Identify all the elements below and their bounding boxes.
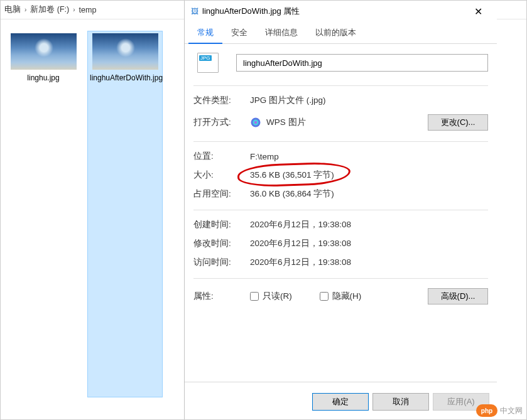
file-item-2-selected[interactable]: linghuAfterDoWith.jpg — [87, 31, 163, 397]
file-item-1[interactable]: linghu.jpg — [6, 31, 81, 397]
tab-content-general: 文件类型: JPG 图片文件 (.jpg) 打开方式: WPS 图片 更改(C)… — [185, 44, 497, 382]
breadcrumb-part-drive[interactable]: 新加卷 (F:) — [30, 4, 69, 15]
checkbox-readonly-box[interactable] — [250, 292, 259, 301]
tab-bar: 常规 安全 详细信息 以前的版本 — [185, 22, 497, 44]
label-size: 大小: — [193, 170, 250, 181]
value-size-on-disk: 36.0 KB (36,864 字节) — [250, 188, 488, 200]
tab-details[interactable]: 详细信息 — [256, 22, 307, 43]
breadcrumb-part-folder[interactable]: temp — [79, 6, 97, 14]
chevron-right-icon: › — [23, 6, 28, 13]
value-location: F:\temp — [250, 152, 488, 161]
checkbox-hidden-box[interactable] — [320, 292, 329, 301]
value-size: 35.6 KB (36,501 字节) — [250, 170, 334, 180]
jpg-file-icon — [197, 53, 219, 73]
value-modified: 2020年6月12日，19:38:08 — [250, 238, 488, 249]
dialog-titlebar[interactable]: 🖼 linghuAfterDoWith.jpg 属性 ✕ — [185, 1, 497, 22]
label-open-with: 打开方式: — [193, 117, 250, 128]
label-modified: 修改时间: — [193, 238, 250, 249]
watermark: php 中文网 — [476, 404, 523, 417]
label-file-type: 文件类型: — [193, 95, 250, 106]
wps-icon — [250, 117, 261, 128]
label-attributes: 属性: — [193, 291, 250, 302]
value-created: 2020年6月12日，19:38:08 — [250, 219, 488, 230]
label-accessed: 访问时间: — [193, 257, 250, 268]
svg-point-2 — [254, 121, 258, 124]
dialog-title: linghuAfterDoWith.jpg 属性 — [202, 6, 300, 17]
dialog-actions: 确定 取消 应用(A) — [185, 382, 497, 420]
checkbox-readonly[interactable]: 只读(R) — [250, 291, 292, 302]
chevron-right-icon: › — [72, 6, 76, 13]
thumbnail-icon — [11, 33, 77, 70]
value-open-with: WPS 图片 — [250, 117, 428, 128]
change-button[interactable]: 更改(C)... — [428, 114, 488, 131]
close-icon[interactable]: ✕ — [465, 6, 491, 18]
label-size-on-disk: 占用空间: — [193, 188, 250, 200]
php-badge-icon: php — [476, 404, 497, 417]
watermark-text: 中文网 — [500, 406, 523, 416]
cancel-button[interactable]: 取消 — [372, 393, 429, 411]
file-list[interactable]: linghu.jpg linghuAfterDoWith.jpg — [1, 19, 183, 409]
checkbox-hidden[interactable]: 隐藏(H) — [320, 291, 362, 302]
label-created: 创建时间: — [193, 219, 250, 230]
breadcrumb-part-pc[interactable]: 电脑 — [4, 4, 21, 15]
thumbnail-icon — [92, 33, 158, 70]
divider — [193, 141, 488, 142]
divider — [193, 210, 488, 210]
filename-input[interactable] — [236, 54, 488, 72]
label-location: 位置: — [193, 151, 250, 162]
divider — [193, 278, 488, 279]
ok-button[interactable]: 确定 — [312, 393, 369, 411]
tab-previous-versions[interactable]: 以前的版本 — [307, 22, 365, 43]
properties-dialog: 🖼 linghuAfterDoWith.jpg 属性 ✕ 常规 安全 详细信息 … — [184, 1, 497, 420]
tab-general[interactable]: 常规 — [188, 22, 222, 44]
file-name: linghu.jpg — [8, 73, 79, 82]
advanced-button[interactable]: 高级(D)... — [428, 288, 488, 304]
divider — [193, 85, 488, 86]
tab-security[interactable]: 安全 — [222, 22, 256, 43]
value-file-type: JPG 图片文件 (.jpg) — [250, 95, 488, 106]
file-name: linghuAfterDoWith.jpg — [90, 73, 160, 82]
image-file-icon: 🖼 — [191, 7, 198, 16]
value-accessed: 2020年6月12日，19:38:08 — [250, 257, 488, 268]
